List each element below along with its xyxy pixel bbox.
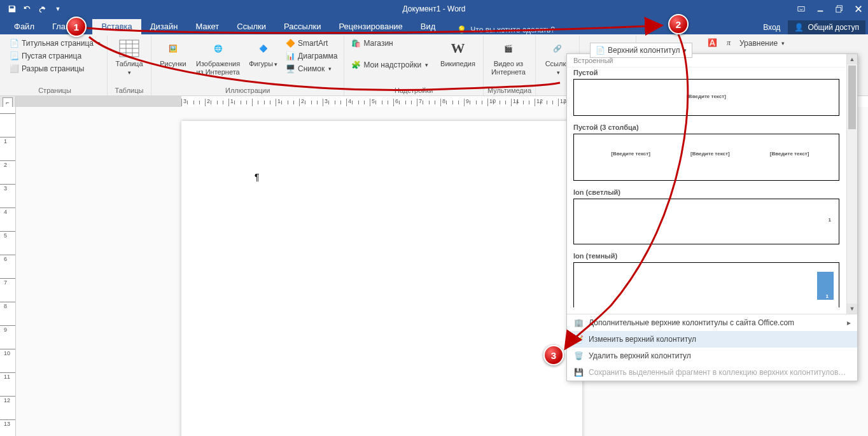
person-icon: 👤 (794, 23, 804, 32)
window-controls (792, 0, 868, 18)
svg-rect-0 (798, 7, 804, 11)
group-tables: Таблица▾ Таблицы (108, 36, 151, 95)
video-icon: 🎬 (498, 38, 519, 59)
blank-page-icon: 📃 (9, 51, 19, 61)
redo-button[interactable] (36, 2, 50, 16)
gallery-item-ion-light[interactable]: Ion (светлый) 1 (567, 187, 846, 251)
edit-icon: 📝 (573, 334, 584, 344)
pi-icon: π (727, 38, 737, 48)
shapes-icon: 🔷 (253, 38, 274, 59)
group-illustrations: 🖼️Рисунки 🌐Изображения из Интернета 🔷Фиг… (151, 36, 344, 95)
store-button[interactable]: 🛍️Магазин (348, 37, 431, 50)
chevron-down-icon: ▾ (683, 47, 687, 53)
remove-header-button[interactable]: 🗑️ Удалить верхний колонтитул (567, 348, 857, 364)
more-headers-button[interactable]: 🏢 Дополнительные верхние колонтитулы с с… (567, 314, 857, 331)
save-selection-icon: 💾 (573, 367, 584, 377)
callout-1: 1 (66, 17, 87, 37)
table-button[interactable]: Таблица▾ (111, 37, 147, 77)
pictures-button[interactable]: 🖼️Рисунки (155, 37, 191, 69)
tell-me[interactable]: 💡 Что вы хотите сделать? (457, 25, 555, 34)
tab-mailings[interactable]: Рассылки (275, 19, 330, 34)
tab-selector[interactable]: ⌐ (3, 97, 13, 108)
tab-design[interactable]: Дизайн (141, 19, 187, 34)
remove-icon: 🗑️ (573, 351, 584, 361)
gallery-footer: 🏢 Дополнительные верхние колонтитулы с с… (567, 314, 857, 381)
shapes-button[interactable]: 🔷Фигуры▾ (245, 37, 281, 69)
chevron-right-icon: ▸ (847, 318, 851, 327)
tab-view[interactable]: Вид (412, 19, 445, 34)
online-picture-icon: 🌐 (208, 38, 228, 59)
link-icon: 🔗 (547, 38, 568, 59)
office-icon: 🏢 (573, 318, 584, 328)
minimize-button[interactable] (811, 0, 830, 18)
wikipedia-icon: W (448, 38, 468, 59)
group-label: Иллюстрации (155, 85, 340, 95)
save-to-gallery-button: 💾 Сохранить выделенный фрагмент в коллек… (567, 364, 857, 381)
tell-me-label: Что вы хотите сделать? (470, 25, 555, 34)
save-button[interactable] (5, 2, 19, 16)
my-addins-button[interactable]: 🧩Мои надстройки▾ (348, 59, 431, 71)
ribbon-right-panel: 🅰️ πУравнение▾ (701, 34, 868, 52)
quick-access-toolbar: ▼ (0, 2, 65, 16)
callout-3: 3 (543, 345, 564, 365)
sign-in-button[interactable]: Вход (755, 20, 788, 34)
chevron-down-icon: ▾ (97, 40, 101, 46)
gallery-scrollbar[interactable]: ▲ ▼ (846, 54, 857, 314)
ribbon-tabs: Файл Главная Вставка Дизайн Макет Ссылки… (0, 18, 868, 34)
picture-icon: 🖼️ (163, 38, 183, 59)
textbox-button[interactable]: 🅰️ (705, 37, 720, 50)
screenshot-button[interactable]: 🖥️Снимок▾ (283, 62, 340, 75)
qat-customize[interactable]: ▼ (51, 2, 65, 16)
tab-layout[interactable]: Макет (186, 19, 228, 34)
lightbulb-icon: 💡 (457, 25, 466, 34)
restore-button[interactable] (830, 0, 849, 18)
smartart-icon: 🔶 (285, 38, 295, 48)
document-title: Документ1 - Word (402, 4, 465, 13)
cover-page-button[interactable]: 📄Титульная страница▾ (6, 37, 103, 50)
gallery-item-ion-dark[interactable]: Ion (темный) 1 (567, 251, 846, 314)
header-icon: 📄 (596, 46, 605, 55)
page[interactable] (181, 121, 582, 436)
online-pictures-button[interactable]: 🌐Изображения из Интернета (192, 37, 244, 77)
svg-rect-3 (836, 7, 841, 12)
vertical-ruler[interactable]: 1234567891011121314151617 (0, 107, 16, 436)
edit-header-button[interactable]: 📝 Изменить верхний колонтитул (567, 331, 857, 348)
close-button[interactable] (849, 0, 868, 18)
gallery-section-header: Встроенный (567, 54, 846, 67)
wikipedia-button[interactable]: WВикипедия (437, 37, 479, 69)
tab-file[interactable]: Файл (5, 19, 43, 34)
callout-2: 2 (668, 14, 689, 34)
group-addins: 🛍️Магазин 🧩Мои надстройки▾ WВикипедия На… (344, 36, 483, 95)
tab-references[interactable]: Ссылки (228, 19, 275, 34)
online-video-button[interactable]: 🎬Видео из Интернета (487, 37, 529, 77)
scrollbar-thumb[interactable] (848, 66, 856, 129)
page-icon: 📄 (9, 38, 19, 48)
scroll-up-button[interactable]: ▲ (847, 54, 857, 64)
header-gallery-dropdown: 📄 Верхний колонтитул ▾ Встроенный Пустой… (566, 53, 858, 381)
share-label: Общий доступ (808, 23, 859, 32)
gallery-item-blank[interactable]: Пустой [Введите текст] (567, 67, 846, 122)
smartart-button[interactable]: 🔶SmartArt (283, 37, 340, 50)
undo-button[interactable] (20, 2, 34, 16)
page-break-button[interactable]: ⬜Разрыв страницы (6, 62, 103, 75)
scroll-down-button[interactable]: ▼ (847, 304, 857, 314)
group-label: Мультимедиа (487, 85, 531, 95)
store-icon: 🛍️ (351, 38, 361, 48)
group-pages: 📄Титульная страница▾ 📃Пустая страница ⬜Р… (3, 36, 108, 95)
equation-button[interactable]: πУравнение▾ (724, 37, 787, 50)
blank-page-button[interactable]: 📃Пустая страница (6, 50, 103, 62)
tab-insert[interactable]: Вставка (92, 19, 141, 34)
share-button[interactable]: 👤 Общий доступ (788, 20, 865, 34)
chevron-down-icon: ▾ (128, 69, 131, 76)
group-label: Страницы (6, 85, 103, 95)
ribbon-options-button[interactable] (792, 0, 811, 18)
gallery-item-blank-3col[interactable]: Пустой (3 столбца) [Введите текст] [Введ… (567, 122, 846, 187)
group-label: Надстройки (348, 85, 479, 95)
tab-review[interactable]: Рецензирование (330, 19, 411, 34)
svg-rect-1 (818, 11, 823, 12)
addins-icon: 🧩 (351, 60, 361, 70)
chart-button[interactable]: 📊Диаграмма (283, 50, 340, 62)
chart-icon: 📊 (285, 51, 295, 61)
screenshot-icon: 🖥️ (285, 64, 295, 74)
title-bar: ▼ Документ1 - Word (0, 0, 868, 18)
